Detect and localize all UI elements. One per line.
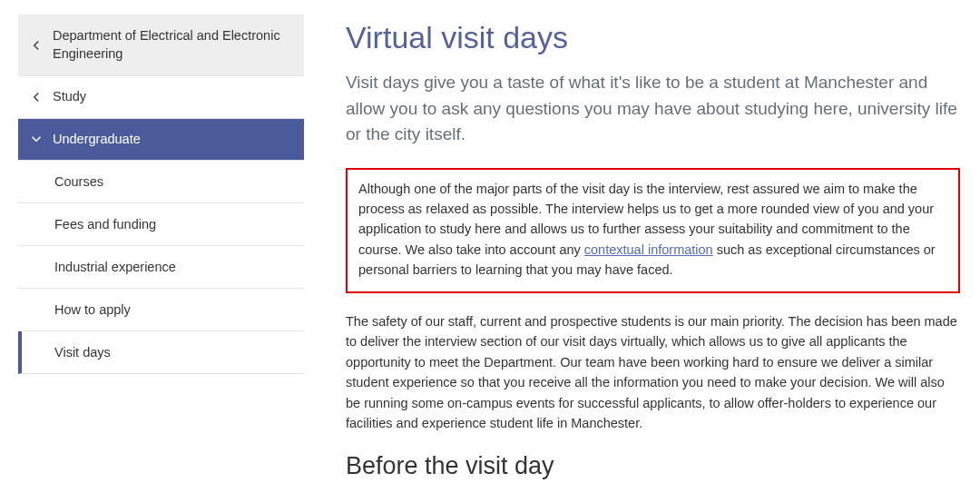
sidebar-item-undergraduate[interactable]: Undergraduate [18, 119, 304, 162]
before-visit-heading: Before the visit day [346, 452, 960, 480]
sidebar-nav: Department of Electrical and Electronic … [18, 15, 304, 480]
chevron-down-icon [31, 133, 47, 144]
sidebar-item-how-to-apply[interactable]: How to apply [18, 289, 304, 331]
sidebar-item-department[interactable]: Department of Electrical and Electronic … [18, 15, 304, 76]
highlighted-paragraph: Although one of the major parts of the v… [346, 168, 960, 293]
chevron-left-icon [31, 92, 47, 103]
sidebar-item-label: Undergraduate [47, 131, 293, 149]
intro-paragraph: Visit days give you a taste of what it's… [346, 70, 960, 148]
chevron-left-icon [31, 40, 47, 51]
page-title: Virtual visit days [346, 20, 960, 55]
sidebar-item-courses[interactable]: Courses [18, 161, 304, 203]
sidebar-item-visit-days[interactable]: Visit days [18, 331, 304, 374]
sidebar-item-label: Study [47, 88, 293, 106]
sidebar-item-label: Fees and funding [54, 217, 156, 232]
sidebar-item-label: Department of Electrical and Electronic … [47, 27, 293, 63]
sidebar-item-label: Visit days [54, 345, 111, 360]
sidebar-item-label: Industrial experience [54, 260, 176, 274]
sidebar-item-label: Courses [54, 174, 103, 189]
main-content: Virtual visit days Visit days give you a… [304, 15, 960, 480]
sidebar-item-fees-funding[interactable]: Fees and funding [18, 203, 304, 246]
sidebar-item-industrial-experience[interactable]: Industrial experience [18, 246, 304, 289]
safety-paragraph: The safety of our staff, current and pro… [346, 311, 960, 434]
sidebar-item-label: How to apply [54, 302, 131, 317]
contextual-information-link[interactable]: contextual information [584, 242, 713, 257]
sidebar-item-study[interactable]: Study [18, 76, 304, 119]
